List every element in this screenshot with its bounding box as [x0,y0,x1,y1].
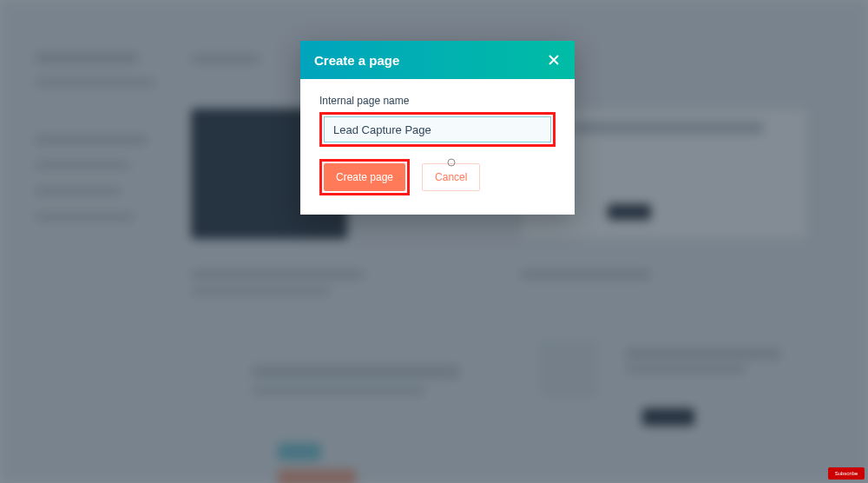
modal-body: Internal page name Create page Cancel [300,79,575,215]
modal-button-row: Create page Cancel [319,159,556,195]
svg-point-0 [448,159,455,166]
cancel-button-label: Cancel [435,171,467,183]
modal-header: Create a page [300,41,575,79]
cursor-icon [447,157,456,166]
page-name-input-highlight [319,112,556,147]
create-button-highlight: Create page [319,159,410,195]
page-name-label: Internal page name [319,95,556,107]
subscribe-label: Subscribe [835,471,858,476]
modal-title: Create a page [314,53,399,68]
page-name-input[interactable] [324,116,551,142]
subscribe-badge[interactable]: Subscribe [828,467,865,480]
cancel-button[interactable]: Cancel [422,163,480,191]
create-page-modal: Create a page Internal page name Create … [300,41,575,215]
create-page-button[interactable]: Create page [324,163,405,191]
close-icon[interactable] [547,53,561,67]
